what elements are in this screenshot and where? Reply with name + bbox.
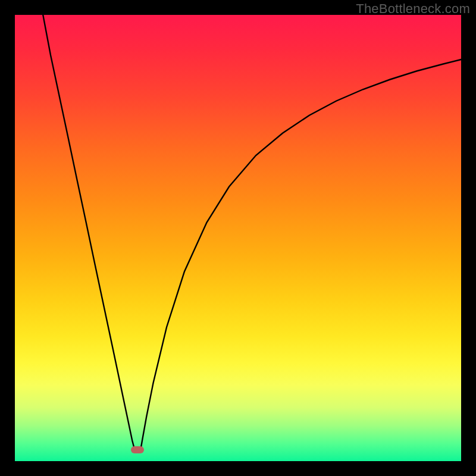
chart-frame: TheBottleneck.com bbox=[0, 0, 476, 476]
watermark-text: TheBottleneck.com bbox=[356, 1, 470, 17]
curve-left bbox=[43, 15, 134, 449]
min-point-marker bbox=[131, 446, 144, 453]
curve-svg bbox=[15, 15, 461, 461]
curve-right bbox=[141, 60, 462, 449]
plot-area bbox=[15, 15, 461, 461]
